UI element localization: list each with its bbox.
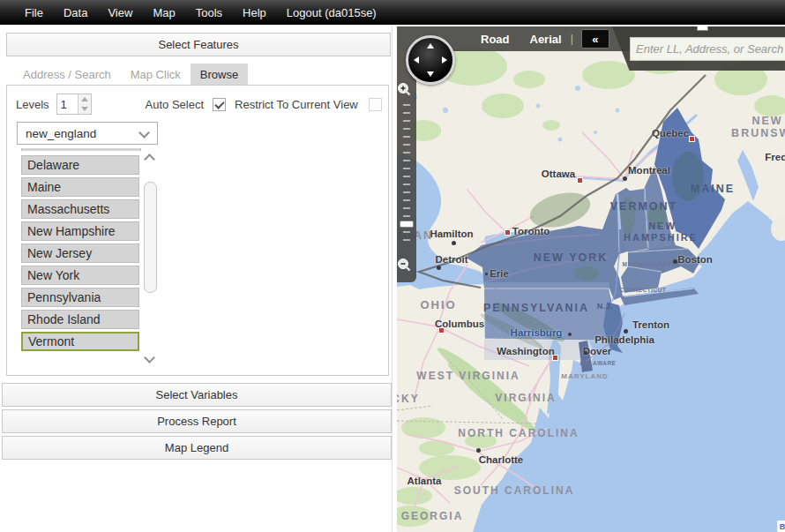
road-view-button[interactable]: Road: [481, 33, 510, 46]
list-item[interactable]: New Jersey: [21, 244, 139, 263]
levels-up-icon[interactable]: [78, 94, 91, 104]
bar-divider: |: [571, 33, 573, 45]
list-item[interactable]: New York: [21, 266, 139, 285]
pan-east-icon[interactable]: [442, 56, 447, 64]
scroll-up-icon[interactable]: [146, 155, 153, 163]
menu-file[interactable]: File: [25, 6, 43, 19]
menu-tools[interactable]: Tools: [196, 6, 222, 19]
menu-help[interactable]: Help: [243, 6, 266, 19]
aerial-view-button[interactable]: Aerial: [530, 33, 562, 46]
bing-logo[interactable]: B: [777, 521, 785, 532]
compass-control[interactable]: [406, 35, 455, 85]
tab-address-search[interactable]: Address / Search: [13, 64, 121, 86]
list-item[interactable]: Rhode Island: [21, 310, 139, 329]
collapse-panel-button[interactable]: «: [581, 29, 609, 49]
zoom-control[interactable]: [397, 51, 416, 282]
select-features-button[interactable]: Select Features: [6, 33, 391, 56]
states-list: Delaware Maine Massachusetts New Hampshi…: [17, 148, 158, 367]
menu-view[interactable]: View: [108, 6, 132, 19]
list-item[interactable]: Delaware: [21, 155, 139, 175]
menu-data[interactable]: Data: [64, 6, 87, 19]
pan-north-icon[interactable]: [427, 43, 434, 49]
tab-bar: Address / Search Map Click Browse: [13, 64, 248, 86]
ui-artifact: [697, 26, 708, 31]
levels-row: Levels Auto Select Restrict To Current V…: [16, 93, 382, 116]
list-item[interactable]: Massachusetts: [21, 199, 139, 219]
zoom-slider-handle[interactable]: [400, 221, 414, 228]
map-legend-button[interactable]: Map Legend: [2, 436, 392, 460]
auto-select-checkbox[interactable]: [213, 98, 226, 111]
tab-map-click[interactable]: Map Click: [121, 64, 191, 86]
chevron-down-icon: [138, 127, 150, 139]
list-item-partial: [21, 148, 141, 151]
list-item-selected[interactable]: Vermont: [21, 332, 139, 351]
levels-stepper[interactable]: [56, 94, 92, 115]
browse-group: Levels Auto Select Restrict To Current V…: [6, 85, 389, 376]
levels-down-icon[interactable]: [78, 104, 91, 114]
search-input[interactable]: [630, 37, 785, 61]
scrollbar-thumb[interactable]: [144, 182, 157, 293]
zoom-in-icon[interactable]: [397, 82, 411, 96]
pan-west-icon[interactable]: [414, 56, 419, 64]
dataset-dropdown-value: new_england: [26, 127, 96, 140]
list-item[interactable]: New Hampshire: [21, 221, 139, 241]
map-canvas[interactable]: Quebec NEW BRUNSWICK Frede Ottawa Montre…: [397, 25, 785, 532]
menu-map[interactable]: Map: [153, 6, 175, 19]
auto-select-label: Auto Select: [146, 98, 205, 111]
scroll-down-icon[interactable]: [146, 354, 153, 362]
restrict-checkbox[interactable]: [369, 98, 382, 111]
list-scrollbar[interactable]: [142, 148, 158, 367]
list-item[interactable]: Maine: [21, 177, 139, 197]
tab-browse[interactable]: Browse: [191, 64, 248, 86]
pan-south-icon[interactable]: [427, 71, 434, 77]
levels-input[interactable]: [57, 94, 78, 114]
restrict-label: Restrict To Current View: [235, 98, 358, 111]
select-variables-button[interactable]: Select Variables: [2, 383, 392, 407]
levels-label: Levels: [16, 98, 49, 111]
zoom-out-icon[interactable]: [397, 258, 411, 272]
process-report-button[interactable]: Process Report: [2, 409, 392, 433]
list-item[interactable]: Pennsylvania: [21, 288, 139, 307]
menu-bar: File Data View Map Tools Help Logout (da…: [0, 0, 785, 25]
dataset-dropdown[interactable]: new_england: [17, 122, 158, 145]
left-panel: Select Features Address / Search Map Cli…: [0, 25, 392, 532]
menu-logout[interactable]: Logout (da015se): [287, 6, 377, 19]
map-svg: [397, 26, 785, 532]
